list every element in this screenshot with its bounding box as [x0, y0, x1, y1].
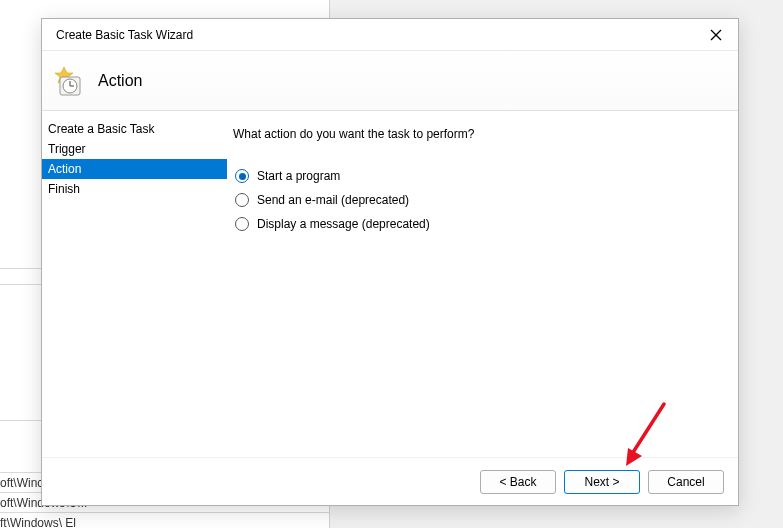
dialog-title: Create Basic Task Wizard	[56, 28, 193, 42]
next-button[interactable]: Next >	[564, 470, 640, 494]
background-text: oft\Winc	[0, 476, 43, 490]
close-icon	[710, 29, 722, 41]
radio-icon	[235, 193, 249, 207]
dialog-body: Create a Basic Task Trigger Action Finis…	[42, 111, 738, 457]
radio-icon	[235, 169, 249, 183]
dialog-header: Action	[42, 51, 738, 111]
radio-send-email[interactable]: Send an e-mail (deprecated)	[235, 193, 718, 207]
content-area: What action do you want the task to perf…	[227, 111, 738, 457]
radio-start-program[interactable]: Start a program	[235, 169, 718, 183]
back-button[interactable]: < Back	[480, 470, 556, 494]
radio-label: Start a program	[257, 169, 340, 183]
radio-label: Display a message (deprecated)	[257, 217, 430, 231]
background-text: ft\Windows\ El	[0, 516, 76, 528]
prompt-text: What action do you want the task to perf…	[233, 127, 718, 141]
wizard-icon	[52, 65, 84, 97]
wizard-steps-sidebar: Create a Basic Task Trigger Action Finis…	[42, 111, 227, 457]
sidebar-item-trigger[interactable]: Trigger	[42, 139, 227, 159]
dialog-titlebar: Create Basic Task Wizard	[42, 19, 738, 51]
radio-label: Send an e-mail (deprecated)	[257, 193, 409, 207]
radio-icon	[235, 217, 249, 231]
sidebar-item-action[interactable]: Action	[42, 159, 227, 179]
action-radio-group: Start a program Send an e-mail (deprecat…	[235, 169, 718, 231]
wizard-dialog: Create Basic Task Wizard Action Create a…	[41, 18, 739, 506]
sidebar-item-finish[interactable]: Finish	[42, 179, 227, 199]
sidebar-item-create-task[interactable]: Create a Basic Task	[42, 119, 227, 139]
cancel-button[interactable]: Cancel	[648, 470, 724, 494]
dialog-footer: < Back Next > Cancel	[42, 457, 738, 505]
close-button[interactable]	[702, 23, 730, 47]
radio-display-message[interactable]: Display a message (deprecated)	[235, 217, 718, 231]
page-heading: Action	[98, 72, 142, 90]
